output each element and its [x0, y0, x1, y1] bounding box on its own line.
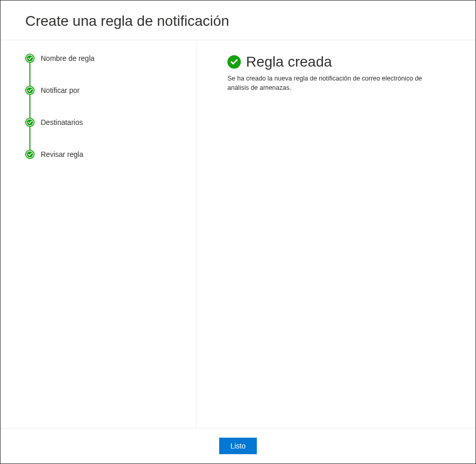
- done-button[interactable]: Listo: [219, 438, 257, 454]
- wizard-step-recipients: Destinatarios: [25, 118, 171, 127]
- dialog-title: Create una regla de notificación: [25, 13, 451, 29]
- create-notification-rule-dialog: Create una regla de notificación Nombre …: [0, 0, 476, 464]
- wizard-sidebar: Nombre de regla Notificar por: [1, 40, 196, 428]
- svg-point-3: [27, 87, 33, 93]
- wizard-connector: [25, 127, 171, 150]
- success-description: Se ha creado la nueva regla de notificac…: [227, 74, 445, 92]
- dialog-main: Regla creada Se ha creado la nueva regla…: [196, 40, 475, 428]
- success-checkmark-icon: [227, 55, 241, 69]
- wizard-step-label: Destinatarios: [41, 118, 83, 126]
- wizard-step-notify: Notificar por: [25, 86, 171, 95]
- checkmark-circle-icon: [25, 150, 35, 159]
- dialog-header: Create una regla de notificación: [1, 1, 475, 40]
- checkmark-circle-icon: [25, 118, 35, 127]
- success-heading-row: Regla creada: [227, 54, 445, 70]
- success-title: Regla creada: [246, 54, 332, 70]
- dialog-body: Nombre de regla Notificar por: [1, 40, 475, 428]
- wizard-connector: [25, 95, 171, 118]
- svg-point-1: [27, 55, 33, 61]
- wizard-steps: Nombre de regla Notificar por: [25, 54, 171, 159]
- wizard-step-label: Nombre de regla: [41, 54, 94, 62]
- wizard-step-name: Nombre de regla: [25, 54, 171, 63]
- svg-point-7: [27, 151, 33, 157]
- checkmark-circle-icon: [25, 86, 35, 95]
- wizard-connector: [25, 63, 171, 86]
- wizard-step-label: Notificar por: [41, 86, 79, 94]
- wizard-step-review: Revisar regla: [25, 150, 171, 159]
- svg-point-5: [27, 119, 33, 125]
- checkmark-circle-icon: [25, 54, 35, 63]
- dialog-footer: Listo: [1, 428, 475, 463]
- wizard-step-label: Revisar regla: [41, 150, 83, 158]
